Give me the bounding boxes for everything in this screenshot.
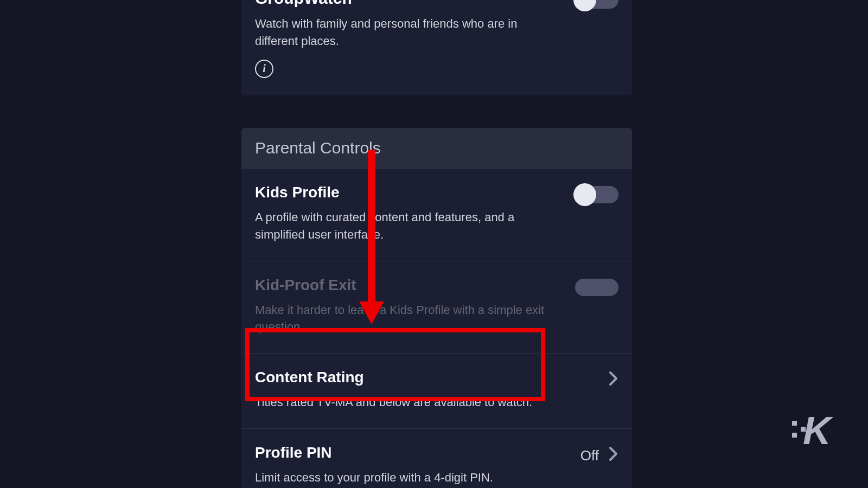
content-rating-desc: Titles rated TV-MA and below are availab… bbox=[255, 394, 592, 411]
kids-profile-desc: A profile with curated content and featu… bbox=[255, 209, 559, 243]
kid-proof-exit-toggle bbox=[575, 279, 618, 296]
content-rating-title: Content Rating bbox=[255, 369, 592, 386]
parental-controls-header: Parental Controls bbox=[241, 128, 632, 168]
groupwatch-setting: GroupWatch Watch with family and persona… bbox=[241, 0, 632, 95]
profile-pin-value: Off bbox=[580, 447, 599, 464]
chevron-right-icon bbox=[609, 371, 618, 390]
kids-profile-title: Kids Profile bbox=[255, 184, 559, 201]
toggle-knob bbox=[573, 0, 596, 11]
chevron-right-icon bbox=[609, 446, 618, 465]
kids-profile-toggle[interactable] bbox=[575, 186, 618, 203]
toggle-knob bbox=[573, 183, 596, 206]
watermark-logo: K bbox=[803, 408, 830, 453]
groupwatch-title: GroupWatch bbox=[255, 0, 559, 8]
profile-pin-title: Profile PIN bbox=[255, 444, 564, 461]
groupwatch-toggle[interactable] bbox=[575, 0, 618, 9]
kid-proof-exit-setting: Kid-Proof Exit Make it harder to leave a… bbox=[241, 261, 632, 354]
content-rating-setting[interactable]: Content Rating Titles rated TV-MA and be… bbox=[241, 353, 632, 428]
groupwatch-desc: Watch with family and personal friends w… bbox=[255, 15, 559, 50]
profile-pin-desc: Limit access to your profile with a 4-di… bbox=[255, 469, 564, 486]
profile-pin-setting[interactable]: Profile PIN Limit access to your profile… bbox=[241, 428, 632, 488]
kid-proof-exit-title: Kid-Proof Exit bbox=[255, 277, 559, 294]
info-icon[interactable]: i bbox=[255, 60, 273, 78]
kids-profile-setting: Kids Profile A profile with curated cont… bbox=[241, 168, 632, 261]
kid-proof-exit-desc: Make it harder to leave a Kids Profile w… bbox=[255, 301, 559, 336]
